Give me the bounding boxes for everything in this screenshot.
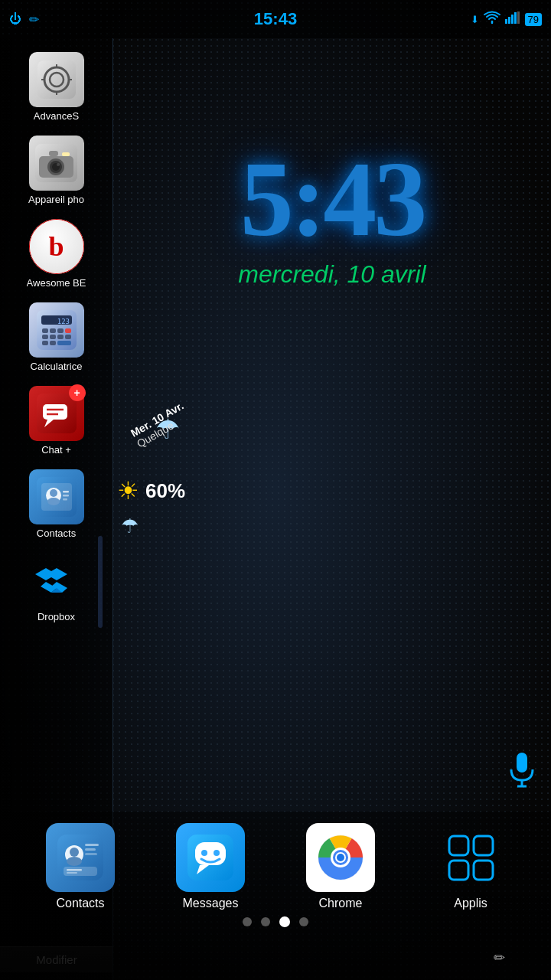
svg-rect-79 [449,861,468,880]
camera-label: Appareil pho [28,194,84,205]
dock-messages-label: Messages [183,897,239,910]
svg-text:123: 123 [57,318,69,325]
beats-label: Awesome BE [27,277,86,289]
clock-widget: 5:43 mercredi, 10 avril [113,145,551,289]
battery-icon: 79 [525,13,542,26]
signal-icon [505,11,520,27]
svg-rect-28 [50,335,56,339]
svg-point-62 [67,857,82,866]
sidebar-item-chat[interactable]: + Chat + [7,380,106,462]
page-dots: ✏ [0,910,551,930]
svg-point-17 [57,163,60,166]
dropbox-label: Dropbox [37,611,75,622]
svg-rect-35 [43,404,67,420]
dock-contacts-icon [46,823,115,892]
svg-point-61 [70,848,79,857]
svg-rect-53 [517,753,527,773]
weather-percent: 60% [145,479,185,503]
svg-rect-30 [65,335,71,339]
svg-rect-23 [42,328,48,333]
sidebar-item-calculator[interactable]: 123 Calculatrice [7,296,106,378]
dock-chrome-icon [306,823,375,892]
page-dot-2 [261,917,270,926]
page-dot-1 [243,917,252,926]
status-time: 15:43 [254,9,297,29]
beats-icon: b [29,219,84,274]
dock-item-applis[interactable]: Applis [436,823,505,910]
svg-rect-33 [57,341,71,345]
svg-rect-3 [514,12,517,24]
svg-rect-1 [508,17,510,24]
svg-rect-0 [505,19,507,24]
dock-icons: Contacts [0,812,551,910]
weather-umbrella-bottom: ☂ [121,514,185,538]
calculator-icon: 123 [29,302,84,358]
svg-rect-44 [63,491,69,493]
calculator-label: Calculatrice [31,361,83,372]
weather-widget: ☂ Mer. 10 Avr. Quelque ☀ 60% ☂ [113,413,185,538]
voice-button[interactable] [508,753,536,796]
weather-sun-row: ☀ 60% [117,476,185,505]
weather-sun-icon: ☀ [117,476,139,505]
svg-point-42 [50,489,57,497]
svg-rect-29 [57,335,64,339]
svg-rect-57 [85,844,99,846]
svg-rect-65 [67,872,77,874]
svg-rect-80 [474,861,493,880]
svg-rect-19 [62,152,70,156]
edit-pages-icon[interactable]: ✏ [494,949,505,966]
sidebar-item-beats[interactable]: b Awesome BE [7,213,106,295]
dock-applis-icon [436,823,505,892]
svg-rect-64 [67,869,82,871]
bottom-dock: Contacts [0,812,551,980]
advances-label: AdvanceS [34,110,79,122]
dock-chrome-label: Chrome [319,897,363,910]
svg-rect-63 [64,867,97,876]
svg-rect-4 [517,11,520,24]
download-icon: ⬇ [471,14,479,25]
sidebar-item-contacts[interactable]: Contacts [7,463,106,545]
dropbox-icon [29,553,84,608]
svg-rect-31 [42,341,48,345]
svg-rect-59 [85,853,97,855]
chat-label: Chat + [41,444,71,456]
svg-point-70 [214,850,220,856]
svg-rect-78 [474,836,493,855]
chat-badge: + [69,384,86,401]
svg-rect-32 [50,341,56,345]
power-icon: ⏻ [9,12,21,26]
svg-rect-25 [57,328,64,333]
svg-rect-46 [63,498,67,501]
dock-contacts-label: Contacts [56,897,104,910]
page-dot-3 [279,916,290,927]
advances-icon [29,52,84,107]
svg-rect-26 [65,328,71,333]
svg-point-43 [47,498,60,505]
dock-messages-icon [176,823,245,892]
camera-icon [29,136,84,191]
dock-item-messages[interactable]: Messages [176,823,245,910]
sidebar-item-advances[interactable]: AdvanceS [7,46,106,128]
status-bar: ⏻ ✏ 15:43 ⬇ 79 [0,0,551,38]
page-dot-4 [299,917,308,926]
svg-rect-58 [85,848,96,851]
svg-rect-2 [511,15,514,24]
chat-icon: + [29,386,84,441]
clock-date: mercredi, 10 avril [113,260,551,289]
svg-rect-27 [42,335,48,339]
contacts-sidebar-label: Contacts [37,528,76,539]
sidebar-item-camera[interactable]: Appareil pho [7,129,106,211]
sidebar-item-dropbox[interactable]: Dropbox [7,547,106,629]
svg-rect-45 [63,495,69,497]
svg-point-76 [337,854,344,861]
svg-point-69 [201,850,207,856]
svg-rect-18 [49,151,58,156]
svg-rect-24 [50,328,56,333]
dock-applis-label: Applis [454,897,487,910]
svg-rect-77 [449,836,468,855]
dock-item-contacts[interactable]: Contacts [46,823,115,910]
edit-status-icon: ✏ [29,12,39,27]
wifi-icon [484,11,500,28]
dock-item-chrome[interactable]: Chrome [306,823,375,910]
clock-time: 5:43 [113,145,551,253]
